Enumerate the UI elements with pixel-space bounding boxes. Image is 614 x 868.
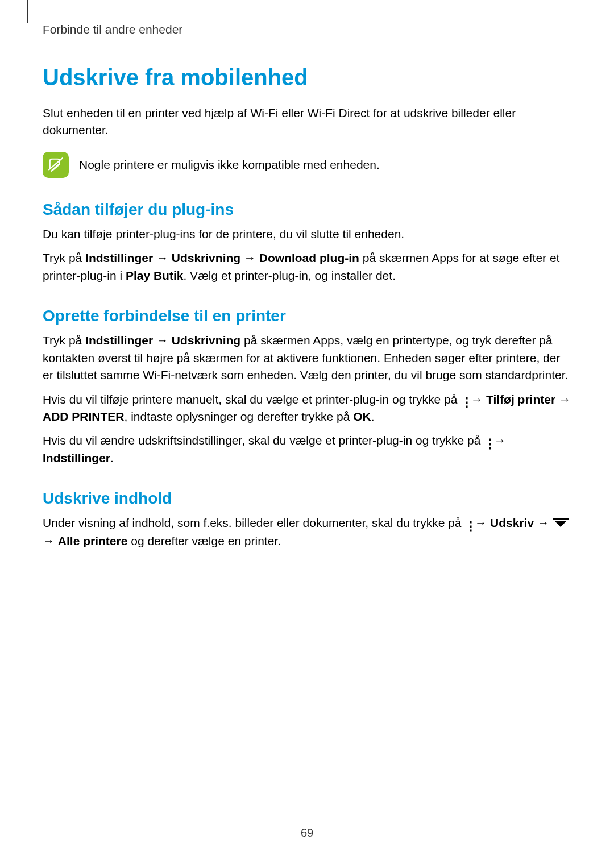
page-title: Udskrive fra mobilenhed xyxy=(43,65,571,90)
document-page: Forbinde til andre enheder Udskrive fra … xyxy=(0,0,614,550)
section-heading-connect: Oprette forbindelse til en printer xyxy=(43,307,571,325)
connect-paragraph-1: Tryk på Indstillinger → Udskrivning på s… xyxy=(43,332,571,384)
page-number: 69 xyxy=(0,827,614,840)
svg-rect-0 xyxy=(553,518,569,520)
section-heading-plugins: Sådan tilføjer du plug-ins xyxy=(43,201,571,219)
more-options-icon xyxy=(484,435,491,447)
svg-marker-1 xyxy=(555,521,566,527)
note-icon xyxy=(43,152,69,178)
page-header: Forbinde til andre enheder xyxy=(43,23,571,36)
more-options-icon xyxy=(464,518,471,529)
note-block: Nogle printere er muligvis ikke kompatib… xyxy=(43,152,571,178)
section-heading-print: Udskrive indhold xyxy=(43,489,571,508)
more-options-icon xyxy=(460,394,467,405)
plugins-paragraph-2: Tryk på Indstillinger → Udskrivning → Do… xyxy=(43,250,571,284)
decorative-bar xyxy=(27,0,28,23)
connect-paragraph-2: Hvis du vil tilføje printere manuelt, sk… xyxy=(43,391,571,426)
dropdown-icon xyxy=(553,515,569,532)
note-text: Nogle printere er muligvis ikke kompatib… xyxy=(79,158,380,172)
intro-paragraph: Slut enheden til en printer ved hjælp af… xyxy=(43,105,571,139)
connect-paragraph-3: Hvis du vil ændre udskriftsindstillinger… xyxy=(43,432,571,467)
print-paragraph: Under visning af indhold, som f.eks. bil… xyxy=(43,514,571,550)
plugins-paragraph-1: Du kan tilføje printer-plug-ins for de p… xyxy=(43,226,571,243)
